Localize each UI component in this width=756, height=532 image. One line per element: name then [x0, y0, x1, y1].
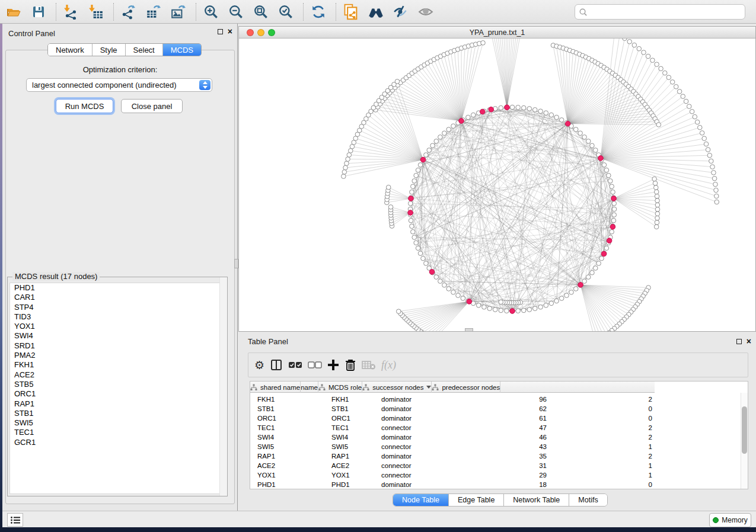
cell-mcds-role: connector: [373, 423, 465, 432]
export-image-button[interactable]: [170, 2, 187, 21]
control-panel-tab[interactable]: Style: [92, 44, 126, 56]
control-panel-tab[interactable]: Network: [48, 44, 92, 56]
network-window-titlebar[interactable]: YPA_prune.txt_1: [239, 27, 755, 39]
mcds-result-item[interactable]: CAR1: [10, 293, 225, 302]
export-network-button[interactable]: [120, 2, 138, 21]
table-row[interactable]: FKH1 FKH1 dominator 96 2: [250, 395, 748, 404]
zoom-fit-icon: [253, 4, 269, 20]
table-row[interactable]: ACE2 ACE2 connector 31 1: [250, 461, 748, 470]
mcds-result-item[interactable]: TID3: [10, 312, 225, 322]
column-header[interactable]: name: [301, 382, 318, 393]
column-header[interactable]: predecessor nodes: [432, 382, 500, 393]
mcds-result-item[interactable]: PMA2: [10, 351, 225, 360]
column-header[interactable]: successor nodes: [362, 382, 432, 393]
column-type-icon: [250, 384, 257, 391]
table-scrollbar[interactable]: [741, 393, 748, 489]
save-session-button[interactable]: [30, 2, 47, 21]
cell-successor-nodes: 43: [465, 442, 554, 451]
zoom-selected-button[interactable]: [277, 2, 295, 21]
clone-network-button[interactable]: [342, 2, 360, 21]
table-row[interactable]: YOX1 YOX1 connector 29 1: [250, 470, 748, 480]
show-graphics-details-button[interactable]: [417, 2, 435, 21]
mcds-result-item[interactable]: ORC1: [10, 389, 225, 399]
memory-button[interactable]: Memory: [709, 513, 751, 527]
zoom-in-icon: [203, 4, 219, 20]
mcds-result-item[interactable]: YOX1: [10, 322, 225, 331]
mcds-result-item[interactable]: SWI4: [10, 331, 225, 341]
table-tab[interactable]: Edge Table: [449, 494, 504, 506]
zoom-fit-button[interactable]: [252, 2, 270, 21]
import-network-button[interactable]: [62, 2, 80, 21]
vertical-splitter-handle[interactable]: [234, 259, 238, 268]
mcds-result-item[interactable]: TEC1: [10, 428, 225, 437]
show-panels-button[interactable]: [7, 513, 23, 527]
mcds-result-item[interactable]: SRD1: [10, 341, 225, 351]
cell-predecessor-nodes: 1: [554, 470, 655, 480]
close-panel-icon[interactable]: ×: [228, 28, 232, 35]
table-row[interactable]: RAP1 RAP1 dominator 35 2: [250, 451, 748, 461]
cell-predecessor-nodes: 2: [554, 395, 655, 404]
function-builder-button[interactable]: f(x): [381, 356, 396, 374]
mcds-result-item[interactable]: STB5: [10, 380, 225, 389]
control-panel-tab[interactable]: Select: [126, 44, 163, 56]
optimization-criterion-label: Optimization criterion:: [2, 65, 238, 74]
network-canvas[interactable]: [239, 39, 755, 331]
mcds-result-item[interactable]: RAP1: [10, 399, 225, 409]
table-settings-button[interactable]: ⚙: [254, 356, 264, 374]
close-table-panel-icon[interactable]: ×: [747, 338, 751, 345]
table-tab[interactable]: Network Table: [504, 494, 569, 506]
refresh-button[interactable]: [310, 2, 327, 21]
cell-predecessor-nodes: 2: [554, 451, 655, 461]
add-column-button[interactable]: [327, 356, 339, 374]
float-table-panel-icon[interactable]: [736, 339, 742, 344]
zoom-in-button[interactable]: [202, 2, 220, 21]
horizontal-splitter-handle[interactable]: [465, 328, 473, 332]
column-type-icon: [432, 384, 439, 391]
table-row[interactable]: PHD1 PHD1 dominator 18 0: [250, 480, 748, 489]
search-icon: [579, 8, 588, 17]
search-input[interactable]: [590, 8, 741, 16]
table-row[interactable]: ORC1 ORC1 dominator 61 0: [250, 414, 748, 423]
select-all-columns-button[interactable]: [288, 356, 302, 374]
selected-option: largest connected component (undirected): [32, 81, 177, 89]
table-tab[interactable]: Motifs: [569, 494, 607, 506]
import-table-button[interactable]: [87, 2, 105, 21]
zoom-out-icon: [228, 4, 244, 20]
column-header[interactable]: shared name: [250, 382, 301, 393]
cell-name: SWI5: [328, 442, 373, 451]
show-columns-button[interactable]: [270, 356, 283, 374]
run-mcds-button[interactable]: Run MCDS: [56, 99, 113, 113]
result-scrollbar[interactable]: [219, 277, 227, 496]
hide-graphics-details-button[interactable]: [392, 2, 410, 21]
mcds-result-item[interactable]: STB1: [10, 409, 225, 418]
optimization-criterion-select[interactable]: largest connected component (undirected): [26, 78, 212, 92]
mcds-result-item[interactable]: GCR1: [10, 438, 225, 447]
mcds-result-item[interactable]: STP4: [10, 303, 225, 312]
close-panel-button[interactable]: Close panel: [121, 99, 183, 113]
node-table: shared name name: [250, 381, 748, 489]
search-network-button[interactable]: [367, 2, 385, 21]
table-row[interactable]: SWI5 SWI5 connector 43 1: [250, 442, 748, 451]
mcds-result-item[interactable]: SWI5: [10, 418, 225, 428]
export-table-button[interactable]: [145, 2, 162, 21]
table-row[interactable]: TEC1 TEC1 connector 47 2: [250, 423, 748, 432]
open-session-button[interactable]: [5, 2, 23, 21]
zoom-out-button[interactable]: [227, 2, 245, 21]
float-panel-icon[interactable]: [218, 29, 223, 34]
column-header[interactable]: MCDS role: [318, 382, 362, 393]
cell-shared-name: YOX1: [250, 470, 328, 480]
delete-column-button[interactable]: [344, 356, 356, 374]
mcds-result-item[interactable]: FKH1: [10, 360, 225, 370]
control-panel-tab[interactable]: MCDS: [163, 44, 201, 56]
deselect-all-columns-button[interactable]: [308, 356, 322, 374]
select-stepper-icon[interactable]: [199, 80, 210, 90]
delete-table-icon: [362, 360, 376, 370]
column-header-label: name: [301, 384, 318, 391]
table-tab[interactable]: Node Table: [393, 494, 449, 506]
table-row[interactable]: STB1 STB1 dominator 62 0: [250, 404, 748, 414]
mcds-result-item[interactable]: PHD1: [10, 283, 225, 293]
table-scrollbar-thumb[interactable]: [742, 406, 747, 454]
table-row[interactable]: SWI4 SWI4 dominator 46 2: [250, 432, 748, 442]
mcds-result-item[interactable]: ACE2: [10, 370, 225, 380]
delete-table-button[interactable]: [362, 356, 376, 374]
